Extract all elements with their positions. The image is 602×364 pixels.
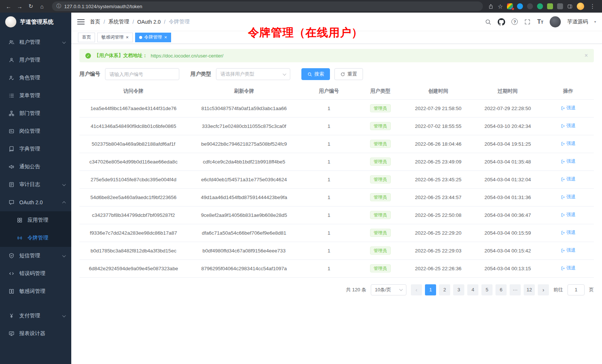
browser-home-button[interactable]: ⌂ [37,1,47,11]
page-button[interactable]: 2 [439,284,450,295]
active-dot-icon [139,36,142,39]
sidebar-item-dict-mgmt[interactable]: 字典管理 [0,140,71,158]
force-logout-button[interactable]: 强退 [561,140,576,147]
sidebar-item-tenant-mgmt[interactable]: 租户管理 [0,33,71,51]
breadcrumb-system[interactable]: 系统管理 [108,19,129,25]
page-button[interactable]: 1 [425,284,436,295]
page-button[interactable]: 12 [524,284,535,295]
font-size-icon[interactable]: TT [537,19,543,25]
extension-icon[interactable] [527,3,533,9]
page-size-select[interactable]: 10条/页 [371,284,406,295]
bookmark-star-icon[interactable]: ☆ [498,3,503,10]
prev-page-button[interactable]: ‹ [411,284,422,295]
user-type-select[interactable]: 请选择用户类型 [216,68,290,80]
user-type-cell: 管理员 [357,135,403,153]
user-avatar[interactable] [550,16,561,27]
tab-home[interactable]: 首页 [78,33,95,42]
sidebar-item-menu-mgmt[interactable]: 菜单管理 [0,87,71,105]
sidebar-collapse-icon[interactable] [77,18,85,26]
tenant-users-icon [8,39,15,45]
github-icon[interactable] [498,18,505,26]
action-cell: 强退 [542,171,594,188]
sidebar-item-oauth2-app-mgmt[interactable]: 应用管理 [0,211,71,229]
sidebar-item-notice-mgmt[interactable]: 通知公告 [0,158,71,176]
page-button[interactable]: 5 [481,284,493,295]
extension-icon[interactable] [537,3,543,9]
force-logout-button[interactable]: 强退 [561,194,576,200]
breadcrumb-oauth2[interactable]: OAuth 2.0 [137,19,161,25]
sidebar-item-oauth2[interactable]: OAuth 2.0 [0,193,71,211]
sidebar-item-audit-log[interactable]: 审计日志 [0,176,71,193]
expire-time-cell: 2022-07-29 22:28:50 [473,99,542,117]
sidebar-item-pay-mgmt[interactable]: 支付管理 [0,307,71,325]
search-icon[interactable] [485,19,491,25]
menu-list-icon [8,93,15,99]
force-logout-button[interactable]: 强退 [561,158,576,165]
extensions-puzzle-icon[interactable] [557,3,563,9]
expire-time-cell: 2054-03-10 20:42:34 [473,117,542,135]
force-logout-button[interactable]: 强退 [561,212,576,218]
sidebar-item-user-mgmt[interactable]: 用户管理 [0,51,71,69]
sidebar-item-sms-mgmt[interactable]: 短信管理 [0,247,71,265]
force-logout-button[interactable]: 强退 [561,229,576,236]
address-bar[interactable]: ⓘ 127.0.0.1:1024/system/oauth2/token [52,1,483,11]
help-icon[interactable]: ? [511,19,518,25]
extensions-puzzle-icon[interactable] [547,3,553,9]
force-logout-button[interactable]: 强退 [561,123,576,129]
page-size-value: 10条/页 [375,287,391,293]
sidebar-item-report-designer[interactable]: 报表设计器 [0,325,71,343]
force-logout-button[interactable]: 强退 [561,265,576,271]
goto-page-input[interactable] [567,284,585,295]
reset-button[interactable]: 重置 [334,68,363,80]
share-icon[interactable] [488,4,494,9]
tab-sensitive-word[interactable]: 敏感词管理 × [97,33,133,42]
user-type-badge: 管理员 [370,211,391,219]
side-panel-icon[interactable] [567,4,573,9]
page-ellipsis-button[interactable]: ··· [510,284,521,295]
browser-forward-button[interactable]: → [15,1,24,11]
browser-back-button[interactable]: ← [4,1,13,11]
expire-time-cell: 2054-03-04 00:13:15 [473,259,542,277]
force-logout-button[interactable]: 强退 [561,176,576,182]
browser-profile-avatar[interactable] [577,3,584,10]
chevron-down-icon[interactable]: ▾ [594,20,596,24]
close-icon[interactable]: × [585,53,588,59]
page-button[interactable]: 6 [495,284,507,295]
breadcrumb-home[interactable]: 首页 [90,19,100,25]
chevron-down-icon [399,287,403,291]
sensitive-word-icon [8,288,15,294]
user-id-input[interactable] [105,68,179,80]
sidebar-item-error-code-mgmt[interactable]: 错误码管理 [0,265,71,282]
close-icon[interactable]: × [164,35,167,40]
force-logout-button[interactable]: 强退 [561,247,576,254]
refresh-token-cell: 8796295f04064c2983414cc54af1097a [187,259,301,277]
tab-token-mgmt[interactable]: 令牌管理 × [135,33,171,42]
access-token-cell: 41c41346a548490f9dc8b01c6bfe0865 [79,117,187,135]
fullscreen-icon[interactable] [524,19,531,25]
doc-link[interactable]: https://doc.iocoder.cn/user-center/ [151,53,223,59]
browser-toolbar-icons: ☆ ⋮ [488,3,598,10]
user-id-label: 用户编号 [79,71,100,77]
sidebar-item-oauth2-token-mgmt[interactable]: 令牌管理 [0,229,71,247]
sidebar-item-sensitive-word-mgmt[interactable]: 敏感词管理 [0,282,71,300]
extension-icon[interactable] [507,3,513,9]
extension-icon[interactable] [517,3,523,9]
site-info-icon[interactable]: ⓘ [56,3,61,10]
next-page-button[interactable]: › [538,284,549,295]
browser-menu-icon[interactable]: ⋮ [588,3,597,10]
force-logout-button[interactable]: 强退 [561,105,576,111]
page-button[interactable]: 3 [453,284,464,295]
user-type-badge: 管理员 [370,175,391,183]
sidebar-item-label: 应用管理 [27,217,65,224]
force-logout-label: 强退 [566,158,576,165]
close-icon[interactable]: × [126,35,129,40]
browser-refresh-button[interactable]: ↻ [26,1,36,11]
page-button[interactable]: 4 [467,284,478,295]
chevron-down-icon [62,254,66,257]
sidebar-item-dept-mgmt[interactable]: 部门管理 [0,105,71,122]
search-button[interactable]: 搜索 [301,68,330,80]
sidebar-item-role-mgmt[interactable]: 角色管理 [0,69,71,87]
username[interactable]: 芋道源码 [567,19,588,25]
app-logo[interactable]: 芋道管理系统 [0,13,71,31]
sidebar-item-post-mgmt[interactable]: 岗位管理 [0,122,71,140]
